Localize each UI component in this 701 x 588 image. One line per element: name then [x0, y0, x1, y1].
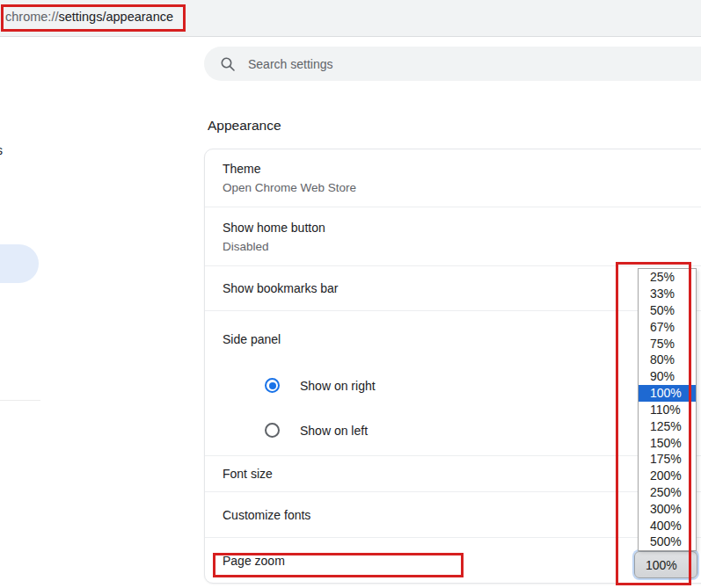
zoom-option-250[interactable]: 250%	[639, 484, 696, 501]
zoom-option-100[interactable]: 100%	[639, 385, 696, 402]
show-home-button-state: Disabled	[223, 240, 701, 253]
zoom-option-80[interactable]: 80%	[639, 352, 696, 368]
show-bookmarks-bar-label: Show bookmarks bar	[223, 281, 339, 295]
customize-fonts-label: Customize fonts	[223, 508, 310, 522]
theme-sublabel: Open Chrome Web Store	[223, 181, 701, 194]
radio-button-icon[interactable]	[265, 378, 280, 393]
zoom-option-200[interactable]: 200%	[639, 468, 696, 484]
zoom-option-75[interactable]: 75%	[639, 335, 696, 352]
page-title: Appearance	[208, 118, 281, 134]
page-zoom-row[interactable]: Page zoom	[205, 538, 701, 583]
page-zoom-select-value: 100%	[646, 558, 677, 572]
zoom-option-150[interactable]: 150%	[639, 434, 696, 451]
show-home-button-row[interactable]: Show home button Disabled	[205, 207, 701, 265]
side-panel-option-left[interactable]: Show on left	[265, 423, 701, 438]
theme-row[interactable]: Theme Open Chrome Web Store	[205, 149, 701, 207]
font-size-row[interactable]: Font size	[205, 456, 701, 491]
side-panel-row: Side panel Show on right Show on left	[205, 311, 701, 455]
zoom-option-175[interactable]: 175%	[639, 451, 696, 468]
zoom-option-67[interactable]: 67%	[639, 318, 696, 335]
zoom-option-300[interactable]: 300%	[639, 500, 696, 517]
zoom-option-500[interactable]: 500%	[639, 534, 696, 550]
url-scheme: chrome://	[5, 10, 58, 24]
sidebar-item-fragment[interactable]: s	[0, 143, 3, 157]
sidebar-divider	[0, 400, 40, 401]
zoom-option-400[interactable]: 400%	[639, 517, 696, 534]
appearance-settings-card: Theme Open Chrome Web Store Show home bu…	[204, 149, 701, 584]
side-panel-label: Side panel	[223, 311, 701, 346]
customize-fonts-row[interactable]: Customize fonts	[205, 492, 701, 537]
page-zoom-select[interactable]: 100%	[634, 551, 697, 578]
zoom-option-125[interactable]: 125%	[639, 417, 696, 434]
page-zoom-dropdown-menu: 25%33%50%67%75%80%90%100%110%125%150%175…	[638, 268, 697, 551]
zoom-option-50[interactable]: 50%	[639, 302, 696, 319]
omnibox-bar: chrome://settings/appearance	[0, 0, 701, 36]
sidebar-selected-item-highlight[interactable]	[0, 244, 39, 283]
show-home-button-label: Show home button	[223, 221, 701, 235]
toolbar-divider	[0, 36, 701, 37]
omnibox-url[interactable]: chrome://settings/appearance	[5, 10, 173, 24]
side-panel-option-right[interactable]: Show on right	[265, 378, 701, 393]
page-zoom-label: Page zoom	[223, 554, 285, 568]
zoom-option-33[interactable]: 33%	[639, 286, 696, 302]
search-settings-bar[interactable]: Search settings	[204, 47, 701, 81]
zoom-option-110[interactable]: 110%	[639, 402, 696, 418]
theme-label: Theme	[223, 162, 701, 176]
radio-button-icon[interactable]	[265, 423, 280, 438]
search-icon	[220, 56, 236, 72]
side-panel-option-right-label: Show on right	[300, 379, 376, 393]
font-size-label: Font size	[223, 467, 273, 481]
url-path: settings/appearance	[58, 10, 173, 24]
zoom-option-25[interactable]: 25%	[639, 269, 696, 286]
show-bookmarks-bar-row[interactable]: Show bookmarks bar	[205, 266, 701, 310]
zoom-option-90[interactable]: 90%	[639, 368, 696, 385]
side-panel-option-left-label: Show on left	[300, 424, 368, 438]
search-input[interactable]: Search settings	[248, 57, 333, 71]
